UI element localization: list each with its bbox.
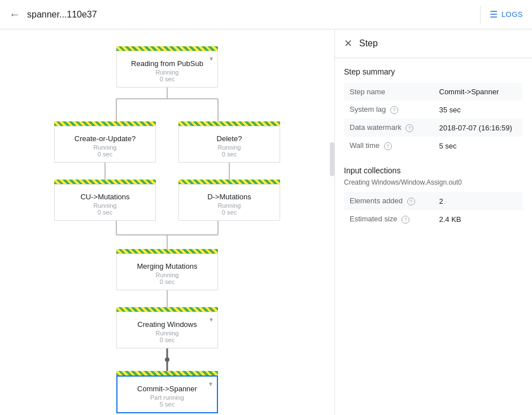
stripe-reading	[116, 46, 218, 51]
node-reading[interactable]: ▾ Reading from PubSub Running 0 sec	[116, 46, 218, 88]
stripe-dm	[178, 180, 280, 184]
header-divider	[480, 6, 481, 24]
node-time-delete: 0 sec	[188, 151, 271, 158]
node-title-merging: Merging Mutations	[126, 262, 208, 270]
expand-commit[interactable]: ▾	[209, 380, 212, 388]
detail-row-watermark: Data watermark ? 2018-07-07 (16:16:59)	[344, 119, 523, 137]
pipeline-panel[interactable]: ▾ Reading from PubSub Running 0 sec	[0, 29, 334, 415]
step-panel-title: Step	[359, 38, 378, 49]
help-icon-systemlag[interactable]: ?	[390, 106, 398, 114]
stripe-cu	[54, 180, 156, 184]
branch-row-1: Create-or-Update? Running 0 sec CU->Muta…	[82, 121, 252, 221]
connector-branches-merging	[82, 221, 252, 249]
node-status-reading: Running	[126, 69, 208, 76]
expand-reading[interactable]: ▾	[210, 55, 213, 63]
logs-icon: ☰	[490, 9, 498, 20]
collection-name: Creating Windows/Window.Assign.out0	[344, 178, 523, 186]
logs-label: LOGS	[502, 10, 523, 19]
header-left: ← spanner...110e37	[9, 8, 471, 21]
node-box-reading[interactable]: ▾ Reading from PubSub Running 0 sec	[116, 51, 218, 88]
node-title-reading: Reading from PubSub	[126, 59, 208, 68]
connector-delete-dm	[178, 163, 280, 180]
node-time-dm: 0 sec	[188, 209, 271, 216]
node-title-dm: D->Mutations	[188, 193, 271, 201]
detail-row-stepname: Step name Commit->Spanner	[344, 83, 523, 101]
node-box-cu[interactable]: CU->Mutations Running 0 sec	[54, 184, 156, 221]
node-status-creating: Running	[126, 330, 208, 337]
node-box-merging[interactable]: Merging Mutations Running 0 sec	[116, 254, 218, 290]
logs-button[interactable]: ☰ LOGS	[490, 9, 523, 20]
node-title-cu: CU->Mutations	[64, 193, 146, 201]
detail-value-systemlag: 35 sec	[434, 101, 524, 119]
detail-label-systemlag: System lag ?	[344, 101, 434, 119]
node-title-delete: Delete?	[188, 134, 271, 143]
back-button[interactable]: ←	[9, 8, 20, 21]
detail-row-systemlag: System lag ? 35 sec	[344, 101, 523, 119]
step-summary-title: Step summary	[344, 67, 523, 76]
connector-reading-branch	[82, 88, 252, 121]
collection-row-size: Estimated size ? 2.4 KB	[344, 210, 523, 228]
node-commit-spanner[interactable]: ▾ Commit->Spanner Part running 5 sec	[116, 371, 218, 413]
node-merging[interactable]: Merging Mutations Running 0 sec	[116, 249, 218, 290]
node-status-dm: Running	[188, 202, 271, 209]
stripe-merging	[116, 249, 218, 254]
scrollbar-handle[interactable]	[330, 142, 334, 176]
detail-value-walltime: 5 sec	[434, 137, 524, 155]
step-panel-body: Step summary Step name Commit->Spanner S…	[335, 58, 532, 248]
node-status-delete: Running	[188, 144, 271, 151]
node-box-commit[interactable]: ▾ Commit->Spanner Part running 5 sec	[116, 375, 218, 413]
detail-value-watermark: 2018-07-07 (16:16:59)	[434, 119, 524, 137]
stripe-commit	[116, 371, 218, 375]
node-status-cou: Running	[64, 144, 146, 151]
detail-label-walltime: Wall time ?	[344, 137, 434, 155]
node-status-merging: Running	[126, 272, 208, 278]
node-time-commit: 5 sec	[127, 401, 208, 408]
connector-cou-cu	[54, 163, 156, 180]
step-panel: ✕ Step Step summary Step name Commit->Sp…	[334, 29, 532, 415]
help-icon-size[interactable]: ?	[402, 216, 409, 224]
node-box-cou[interactable]: Create-or-Update? Running 0 sec	[54, 126, 156, 163]
collection-row-elements: Elements added ? 2	[344, 192, 523, 210]
collection-label-elements: Elements added ?	[344, 192, 434, 210]
node-create-or-update[interactable]: Create-or-Update? Running 0 sec	[54, 121, 156, 163]
help-icon-elements[interactable]: ?	[407, 198, 415, 206]
node-title-creating: Creating Windows	[126, 320, 208, 329]
stripe-delete	[178, 121, 280, 126]
node-delete[interactable]: Delete? Running 0 sec	[178, 121, 280, 163]
help-icon-watermark[interactable]: ?	[405, 124, 413, 132]
node-title-cou: Create-or-Update?	[64, 134, 146, 143]
node-time-cou: 0 sec	[64, 151, 146, 158]
collection-value-elements: 2	[434, 192, 524, 210]
collection-label-size: Estimated size ?	[344, 210, 434, 228]
node-time-cu: 0 sec	[64, 209, 146, 216]
node-box-creating[interactable]: ▾ Creating Windows Running 0 sec	[116, 312, 218, 348]
main-content: ▾ Reading from PubSub Running 0 sec	[0, 29, 532, 415]
stripe-creating	[116, 307, 218, 312]
graph-container: ▾ Reading from PubSub Running 0 sec	[11, 41, 323, 415]
detail-label-stepname: Step name	[344, 83, 434, 101]
node-time-reading: 0 sec	[126, 76, 208, 82]
step-panel-header: ✕ Step	[335, 29, 532, 58]
node-box-dm[interactable]: D->Mutations Running 0 sec	[178, 184, 280, 221]
branch-col-left: Create-or-Update? Running 0 sec CU->Muta…	[54, 121, 156, 221]
node-status-cu: Running	[64, 202, 146, 209]
expand-creating[interactable]: ▾	[210, 316, 213, 324]
node-d-mutations[interactable]: D->Mutations Running 0 sec	[178, 180, 280, 221]
detail-row-walltime: Wall time ? 5 sec	[344, 137, 523, 155]
node-creating-windows[interactable]: ▾ Creating Windows Running 0 sec	[116, 307, 218, 348]
svg-point-12	[165, 357, 169, 362]
connector-creating-commit	[162, 348, 173, 371]
close-button[interactable]: ✕	[344, 37, 352, 50]
branch-col-right: Delete? Running 0 sec D->Mutations Runni…	[178, 121, 280, 221]
collection-detail-table: Elements added ? 2 Estimated size ? 2.4 …	[344, 192, 523, 228]
node-box-delete[interactable]: Delete? Running 0 sec	[178, 126, 280, 163]
step-detail-table: Step name Commit->Spanner System lag ? 3…	[344, 83, 523, 155]
node-cu-mutations[interactable]: CU->Mutations Running 0 sec	[54, 180, 156, 221]
stripe-cou	[54, 121, 156, 126]
node-title-commit: Commit->Spanner	[127, 385, 208, 393]
page-title: spanner...110e37	[27, 10, 97, 20]
help-icon-walltime[interactable]: ?	[384, 142, 392, 150]
node-status-commit: Part running	[127, 394, 208, 401]
detail-value-stepname: Commit->Spanner	[434, 83, 524, 101]
node-time-creating: 0 sec	[126, 337, 208, 343]
